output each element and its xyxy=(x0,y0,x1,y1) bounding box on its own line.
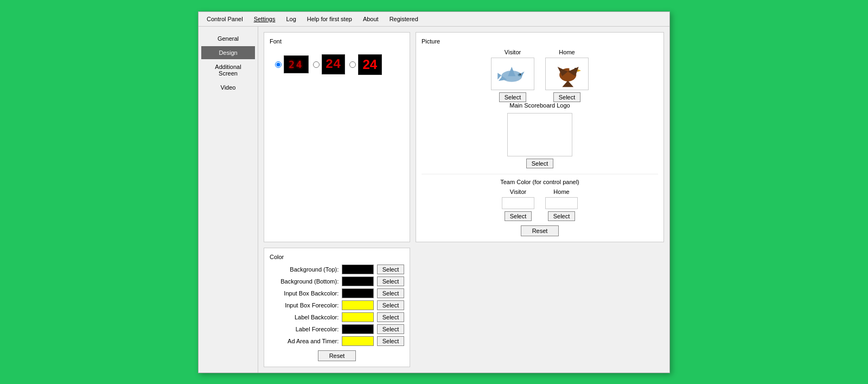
sidebar-item-video[interactable]: Video xyxy=(201,81,255,94)
color-row-5: Label Forecolor: Select xyxy=(270,324,404,334)
home-picture-label: Home xyxy=(559,49,575,55)
menu-about[interactable]: About xyxy=(358,14,384,24)
font-preview-dotmatrix: 24 xyxy=(284,55,309,73)
visitor-color-label: Visitor xyxy=(510,188,526,195)
color-reset-button[interactable]: Reset xyxy=(318,350,356,361)
sidebar-item-additional-screen[interactable]: Additional Screen xyxy=(201,60,255,80)
color-swatch-2 xyxy=(342,288,374,298)
content-area: General Design Additional Screen Video F… xyxy=(199,27,669,373)
color-label-2: Input Box Backcolor: xyxy=(270,290,339,297)
team-color-title: Team Color (for control panel) xyxy=(422,179,658,185)
color-row-4: Label Backcolor: Select xyxy=(270,312,404,322)
menu-settings[interactable]: Settings xyxy=(249,14,280,24)
font-option-1: 24 xyxy=(275,55,309,73)
color-row-6: Ad Area and Timer: Select xyxy=(270,336,404,346)
home-color-label: Home xyxy=(553,188,569,195)
color-label-6: Ad Area and Timer: xyxy=(270,338,339,344)
color-select-btn-2[interactable]: Select xyxy=(377,288,404,298)
menu-help[interactable]: Help for first step xyxy=(302,14,357,24)
font-option-3: 24 xyxy=(349,54,382,75)
main-logo-title: Main Scoreboard Logo xyxy=(509,102,570,109)
color-label-3: Input Box Forecolor: xyxy=(270,302,339,309)
picture-row: Visitor xyxy=(422,49,658,102)
svg-point-6 xyxy=(520,73,521,75)
font-panel: Font 24 24 24 xyxy=(264,32,410,242)
font-radio-3[interactable] xyxy=(349,61,356,68)
sidebar-item-general[interactable]: General xyxy=(201,32,255,45)
visitor-image-box xyxy=(491,58,534,90)
menu-registered[interactable]: Registered xyxy=(385,14,423,24)
visitor-color-block xyxy=(502,197,534,209)
color-swatch-3 xyxy=(342,300,374,310)
color-row-3: Input Box Forecolor: Select xyxy=(270,300,404,310)
bottom-panels-row: Color Background (Top): Select Backgroun… xyxy=(264,248,664,367)
home-color-block xyxy=(545,197,578,209)
color-select-btn-0[interactable]: Select xyxy=(377,265,404,274)
home-image xyxy=(548,60,586,88)
menu-control-panel[interactable]: Control Panel xyxy=(202,14,248,24)
color-swatch-1 xyxy=(342,276,374,286)
color-label-0: Background (Top): xyxy=(270,266,339,273)
team-color-section: Team Color (for control panel) Visitor S… xyxy=(422,174,658,236)
sidebar-item-design[interactable]: Design xyxy=(201,46,255,59)
color-swatch-6 xyxy=(342,336,374,346)
color-select-btn-4[interactable]: Select xyxy=(377,312,404,322)
main-logo-select-button[interactable]: Select xyxy=(526,159,553,168)
picture-reset-button[interactable]: Reset xyxy=(521,225,559,236)
main-logo-section: Main Scoreboard Logo Select xyxy=(422,102,658,168)
color-select-btn-6[interactable]: Select xyxy=(377,336,404,346)
font-radio-1[interactable] xyxy=(275,61,282,68)
font-panel-title: Font xyxy=(270,38,404,45)
home-picture-col: Home xyxy=(545,49,589,102)
color-panel: Color Background (Top): Select Backgroun… xyxy=(264,248,410,367)
main-panel: Font 24 24 24 xyxy=(258,27,669,373)
top-panels-row: Font 24 24 24 xyxy=(264,32,664,242)
color-row-2: Input Box Backcolor: Select xyxy=(270,288,404,298)
visitor-team-color-col: Visitor Select xyxy=(502,188,534,221)
color-swatch-0 xyxy=(342,265,374,274)
main-window: Control Panel Settings Log Help for firs… xyxy=(198,11,670,373)
color-select-btn-5[interactable]: Select xyxy=(377,324,404,334)
color-label-5: Label Forecolor: xyxy=(270,326,339,332)
home-team-color-col: Home Select xyxy=(545,188,578,221)
visitor-select-button[interactable]: Select xyxy=(499,92,526,102)
visitor-image xyxy=(494,60,532,88)
svg-point-15 xyxy=(562,74,573,81)
menu-log[interactable]: Log xyxy=(281,14,301,24)
visitor-picture-col: Visitor xyxy=(491,49,534,102)
visitor-picture-label: Visitor xyxy=(505,49,521,55)
font-option-2: 24 xyxy=(313,54,345,74)
font-preview-plain: 24 xyxy=(358,54,382,75)
color-select-btn-1[interactable]: Select xyxy=(377,276,404,286)
menubar: Control Panel Settings Log Help for firs… xyxy=(199,12,669,27)
picture-panel-title: Picture xyxy=(422,38,658,45)
color-row-0: Background (Top): Select xyxy=(270,265,404,274)
font-radio-2[interactable] xyxy=(313,61,320,68)
home-select-button[interactable]: Select xyxy=(553,92,580,102)
home-color-select-button[interactable]: Select xyxy=(548,211,575,221)
color-label-4: Label Backcolor: xyxy=(270,314,339,320)
color-panel-title: Color xyxy=(270,254,404,260)
team-color-row: Visitor Select Home Select xyxy=(422,188,658,221)
font-options: 24 24 24 xyxy=(270,49,404,80)
color-swatch-5 xyxy=(342,324,374,334)
color-select-btn-3[interactable]: Select xyxy=(377,300,404,310)
visitor-color-select-button[interactable]: Select xyxy=(505,211,532,221)
sidebar: General Design Additional Screen Video xyxy=(199,27,258,373)
color-swatch-4 xyxy=(342,312,374,322)
home-image-box xyxy=(545,58,589,90)
color-row-1: Background (Bottom): Select xyxy=(270,276,404,286)
main-logo-box xyxy=(507,113,572,156)
picture-panel: Picture Visitor xyxy=(416,32,664,242)
color-label-1: Background (Bottom): xyxy=(270,278,339,285)
font-preview-bold: 24 xyxy=(322,54,345,74)
